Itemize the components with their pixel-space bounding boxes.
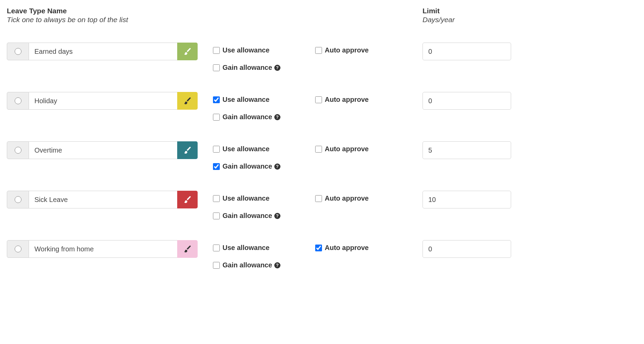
header-limit-label: Limit [423, 7, 511, 15]
leave-name-input[interactable] [29, 141, 177, 159]
pin-radio-box[interactable] [7, 43, 29, 60]
auto-approve-checkbox[interactable] [315, 47, 322, 54]
auto-approve-column: Auto approve [315, 240, 411, 252]
gain-allowance-row: Gain allowance ? [213, 261, 315, 269]
limit-input[interactable] [423, 141, 511, 159]
help-icon[interactable]: ? [274, 262, 280, 268]
auto-approve-checkbox[interactable] [315, 96, 322, 103]
auto-approve-checkbox[interactable] [315, 245, 322, 251]
use-allowance-checkbox[interactable] [213, 146, 220, 153]
pin-radio-box[interactable] [7, 191, 29, 208]
auto-approve-label: Auto approve [325, 96, 369, 104]
gain-allowance-row: Gain allowance ? [213, 64, 315, 72]
auto-approve-label: Auto approve [325, 145, 369, 153]
auto-approve-label: Auto approve [325, 46, 369, 54]
gain-allowance-label: Gain allowance [223, 113, 272, 121]
use-allowance-label: Use allowance [223, 46, 270, 54]
leave-type-row: Use allowance Gain allowance ? Auto appr… [7, 141, 511, 170]
pin-radio[interactable] [15, 97, 21, 104]
limit-column [423, 191, 511, 208]
gain-allowance-checkbox[interactable] [213, 64, 220, 71]
gain-allowance-row: Gain allowance ? [213, 162, 315, 170]
limit-column [423, 43, 511, 60]
header-limit-subtitle: Days/year [423, 16, 511, 24]
auto-approve-column: Auto approve [315, 43, 411, 54]
brush-icon [184, 196, 191, 203]
gain-allowance-checkbox[interactable] [213, 213, 220, 219]
gain-allowance-checkbox[interactable] [213, 114, 220, 121]
header-name-subtitle: Tick one to always be on top of the list [7, 16, 211, 24]
help-icon[interactable]: ? [274, 65, 280, 71]
brush-icon [184, 97, 191, 105]
limit-column [423, 92, 511, 110]
pin-radio-box[interactable] [7, 141, 29, 159]
use-allowance-label: Use allowance [223, 96, 270, 104]
header-name-column: Leave Type Name Tick one to always be on… [7, 7, 211, 24]
leave-type-row: Use allowance Gain allowance ? Auto appr… [7, 191, 511, 220]
leave-name-input[interactable] [29, 43, 177, 60]
pin-radio-box[interactable] [7, 92, 29, 110]
name-input-group [7, 191, 198, 208]
pin-radio-box[interactable] [7, 240, 29, 258]
leave-type-row: Use allowance Gain allowance ? Auto appr… [7, 43, 511, 72]
help-icon[interactable]: ? [274, 163, 280, 170]
gain-allowance-checkbox[interactable] [213, 262, 220, 269]
pin-radio[interactable] [15, 147, 21, 154]
use-allowance-checkbox[interactable] [213, 96, 220, 103]
leave-name-input[interactable] [29, 191, 177, 208]
auto-approve-column: Auto approve [315, 92, 411, 104]
use-allowance-checkbox[interactable] [213, 47, 220, 54]
limit-column [423, 141, 511, 159]
leave-name-input[interactable] [29, 240, 177, 258]
gain-allowance-label: Gain allowance [223, 261, 272, 269]
auto-approve-checkbox[interactable] [315, 195, 322, 202]
auto-approve-row: Auto approve [315, 96, 411, 104]
gain-allowance-row: Gain allowance ? [213, 113, 315, 121]
color-picker-button[interactable] [177, 43, 198, 60]
table-header: Leave Type Name Tick one to always be on… [7, 7, 511, 24]
name-input-group [7, 141, 198, 159]
pin-radio[interactable] [15, 48, 21, 55]
limit-input[interactable] [423, 92, 511, 110]
color-picker-button[interactable] [177, 240, 198, 258]
allowance-column: Use allowance Gain allowance ? [213, 92, 315, 121]
color-picker-button[interactable] [177, 191, 198, 208]
use-allowance-checkbox[interactable] [213, 195, 220, 202]
brush-icon [184, 146, 191, 154]
auto-approve-checkbox[interactable] [315, 146, 322, 153]
color-picker-button[interactable] [177, 92, 198, 110]
pin-radio[interactable] [15, 246, 21, 252]
color-picker-button[interactable] [177, 141, 198, 159]
auto-approve-label: Auto approve [325, 244, 369, 252]
limit-input[interactable] [423, 43, 511, 60]
auto-approve-column: Auto approve [315, 141, 411, 153]
header-limit-column: Limit Days/year [423, 7, 511, 24]
use-allowance-label: Use allowance [223, 145, 270, 153]
brush-icon [184, 245, 191, 253]
limit-input[interactable] [423, 240, 511, 258]
allowance-column: Use allowance Gain allowance ? [213, 191, 315, 220]
auto-approve-column: Auto approve [315, 191, 411, 202]
pin-radio[interactable] [15, 196, 21, 203]
use-allowance-label: Use allowance [223, 244, 270, 252]
gain-allowance-label: Gain allowance [223, 162, 272, 170]
leave-type-row: Use allowance Gain allowance ? Auto appr… [7, 92, 511, 121]
leave-name-input[interactable] [29, 92, 177, 110]
auto-approve-row: Auto approve [315, 46, 411, 54]
use-allowance-row: Use allowance [213, 194, 315, 202]
use-allowance-checkbox[interactable] [213, 245, 220, 251]
header-name-label: Leave Type Name [7, 7, 211, 15]
use-allowance-label: Use allowance [223, 194, 270, 202]
use-allowance-row: Use allowance [213, 244, 315, 252]
help-icon[interactable]: ? [274, 114, 280, 120]
gain-allowance-checkbox[interactable] [213, 163, 220, 170]
name-input-group [7, 43, 198, 60]
leave-types-table: Leave Type Name Tick one to always be on… [7, 7, 511, 269]
help-icon[interactable]: ? [274, 213, 280, 219]
use-allowance-row: Use allowance [213, 96, 315, 104]
gain-allowance-row: Gain allowance ? [213, 212, 315, 220]
auto-approve-row: Auto approve [315, 145, 411, 153]
limit-input[interactable] [423, 191, 511, 208]
allowance-column: Use allowance Gain allowance ? [213, 240, 315, 269]
allowance-column: Use allowance Gain allowance ? [213, 141, 315, 170]
